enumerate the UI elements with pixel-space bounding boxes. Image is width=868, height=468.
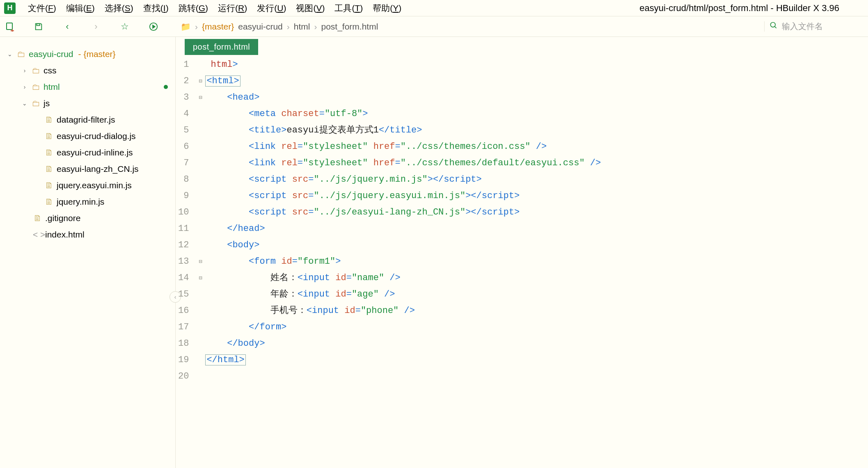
- folder-icon: 🗀: [31, 66, 40, 75]
- tree-label: jquery.easyui.min.js: [57, 180, 132, 190]
- tree-label: html: [44, 82, 60, 92]
- breadcrumb: 📁 › {master} easyui-crud › html › post_f…: [181, 22, 378, 32]
- tree-label: index.html: [45, 230, 85, 240]
- menu-help[interactable]: 帮助(Y): [368, 2, 406, 14]
- menubar: H 文件(F) 编辑(E) 选择(S) 查找(I) 跳转(G) 运行(R) 发行…: [0, 0, 868, 16]
- toolbar: ‹ › ☆ 📁 › {master} easyui-crud › html › …: [0, 16, 868, 37]
- chevron-down-icon[interactable]: ⌄: [21, 100, 28, 107]
- code-source[interactable]: html><html> <head> <meta charset="utf-8"…: [205, 57, 868, 385]
- chevron-right-icon[interactable]: ›: [21, 84, 28, 90]
- menu-run[interactable]: 运行(R): [213, 2, 252, 14]
- breadcrumb-sep-icon: ›: [287, 22, 290, 32]
- editor-area: post_form.html 1234567891011121314151617…: [176, 37, 868, 468]
- tree-folder-css[interactable]: › 🗀 css: [0, 62, 175, 79]
- star-icon[interactable]: ☆: [119, 21, 131, 32]
- folder-icon: 📁: [181, 22, 191, 32]
- tree-label: jquery.min.js: [57, 197, 104, 207]
- tree-branch: - {master}: [78, 49, 116, 59]
- tree-file-index[interactable]: < >index.html: [0, 226, 175, 243]
- tree-label: .gitignore: [45, 213, 80, 223]
- modified-dot-icon: [164, 85, 168, 89]
- file-icon: 🗎: [44, 148, 53, 158]
- menu-select[interactable]: 选择(S): [100, 2, 138, 14]
- editor-tab[interactable]: post_form.html: [185, 39, 258, 55]
- file-icon: < >: [33, 230, 42, 240]
- svg-rect-3: [37, 23, 39, 25]
- tree-file[interactable]: 🗎easyui-lang-zh_CN.js: [0, 161, 175, 177]
- chevron-right-icon[interactable]: ›: [21, 67, 28, 74]
- menu-view[interactable]: 视图(V): [291, 2, 330, 14]
- tree-label: css: [44, 66, 57, 75]
- menu-tool[interactable]: 工具(T): [330, 2, 368, 14]
- file-icon: 🗎: [44, 197, 53, 207]
- menu-file[interactable]: 文件(F): [23, 2, 61, 14]
- tree-file-gitignore[interactable]: 🗎.gitignore: [0, 210, 175, 226]
- breadcrumb-part[interactable]: post_form.html: [321, 22, 378, 32]
- back-icon[interactable]: ‹: [62, 21, 73, 32]
- breadcrumb-part[interactable]: html: [294, 22, 310, 32]
- new-file-icon[interactable]: [4, 21, 16, 32]
- folder-icon: 🗀: [31, 82, 40, 92]
- svg-marker-5: [153, 25, 155, 28]
- app-logo: H: [4, 2, 16, 14]
- tree-folder-html[interactable]: › 🗀 html: [0, 79, 175, 95]
- breadcrumb-sep-icon: ›: [195, 22, 198, 32]
- project-explorer: ⌄ 🗀 easyui-crud - {master} › 🗀 css › 🗀 h…: [0, 37, 176, 468]
- fold-gutter[interactable]: ⊟⊟⊟⊟: [195, 57, 205, 385]
- tree-file[interactable]: 🗎easyui-crud-inline.js: [0, 144, 175, 161]
- search-input[interactable]: [782, 22, 856, 31]
- file-icon: 🗎: [44, 131, 53, 141]
- tree-file[interactable]: 🗎jquery.easyui.min.js: [0, 177, 175, 194]
- window-title: easyui-crud/html/post_form.html - HBuild…: [406, 3, 864, 14]
- file-icon: 🗎: [44, 115, 53, 125]
- line-gutter: 1234567891011121314151617181920: [176, 57, 195, 385]
- forward-icon[interactable]: ›: [90, 21, 102, 32]
- svg-rect-0: [7, 23, 12, 30]
- tree-label: easyui-lang-zh_CN.js: [57, 164, 139, 174]
- file-icon: 🗎: [33, 213, 42, 223]
- tabstrip: post_form.html: [176, 37, 868, 55]
- file-search: [764, 21, 864, 32]
- tree-file[interactable]: 🗎easyui-crud-dialog.js: [0, 128, 175, 144]
- breadcrumb-sep-icon: ›: [314, 22, 317, 32]
- tree-folder-js[interactable]: ⌄ 🗀 js: [0, 95, 175, 112]
- tree-label: easyui-crud: [29, 49, 73, 59]
- save-icon[interactable]: [33, 21, 44, 32]
- tree-project-root[interactable]: ⌄ 🗀 easyui-crud - {master}: [0, 46, 175, 62]
- chevron-down-icon[interactable]: ⌄: [7, 51, 13, 57]
- menu-edit[interactable]: 编辑(E): [61, 2, 100, 14]
- tree-label: js: [44, 98, 50, 108]
- tree-file[interactable]: 🗎jquery.min.js: [0, 194, 175, 210]
- breadcrumb-part[interactable]: easyui-crud: [238, 22, 283, 32]
- file-icon: 🗎: [44, 164, 53, 174]
- menu-find[interactable]: 查找(I): [138, 2, 174, 14]
- tree-label: datagrid-filter.js: [57, 115, 115, 125]
- run-icon[interactable]: [148, 21, 159, 32]
- tree-file[interactable]: 🗎datagrid-filter.js: [0, 112, 175, 128]
- menu-goto[interactable]: 跳转(G): [174, 2, 213, 14]
- breadcrumb-branch[interactable]: {master}: [202, 22, 234, 32]
- file-icon: 🗎: [44, 180, 53, 190]
- tree-label: easyui-crud-inline.js: [57, 148, 133, 158]
- folder-open-icon: 🗀: [16, 49, 25, 59]
- code-editor[interactable]: 1234567891011121314151617181920 ⊟⊟⊟⊟ htm…: [176, 55, 868, 385]
- menu-publish[interactable]: 发行(U): [252, 2, 291, 14]
- folder-open-icon: 🗀: [31, 98, 40, 108]
- svg-line-7: [775, 27, 776, 28]
- search-icon: [770, 21, 778, 32]
- svg-point-6: [771, 23, 776, 27]
- tree-label: easyui-crud-dialog.js: [57, 131, 136, 141]
